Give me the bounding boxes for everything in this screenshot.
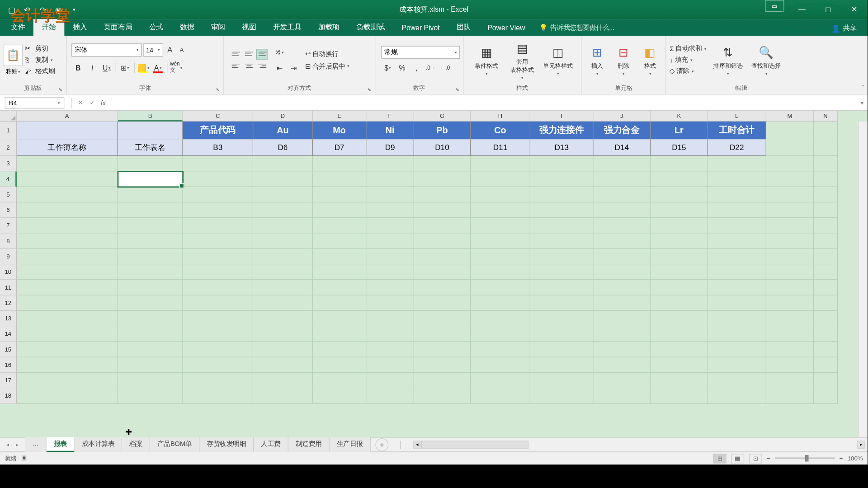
cell-A16[interactable] (17, 357, 118, 373)
formula-input[interactable] (108, 97, 857, 108)
clear-button[interactable]: ◇清除▾ (670, 66, 706, 76)
cell-B10[interactable] (118, 264, 183, 280)
fill-color-button[interactable]: 🟨▾ (137, 61, 150, 74)
cell-I10[interactable] (530, 264, 594, 280)
cell-F17[interactable] (367, 373, 414, 388)
cell-F5[interactable] (367, 187, 414, 202)
sheet-tab-人工费[interactable]: 人工费 (254, 437, 288, 452)
cell-F1[interactable]: Ni (367, 122, 414, 140)
cell-D16[interactable] (253, 357, 313, 373)
cell-D4[interactable] (253, 172, 313, 187)
cell-F11[interactable] (367, 280, 414, 295)
cell-I1[interactable]: 强力连接件 (530, 122, 594, 140)
cell-H17[interactable] (471, 373, 530, 388)
cell-E7[interactable] (313, 218, 367, 233)
cell-K16[interactable] (651, 357, 708, 373)
tab-view[interactable]: 视图 (234, 19, 265, 36)
cell-G16[interactable] (414, 357, 471, 373)
paste-button[interactable]: 📋 (4, 44, 23, 66)
paste-label[interactable]: 粘贴▾ (6, 67, 21, 75)
cell-H9[interactable] (471, 249, 530, 264)
maximize-button[interactable]: ◻ (815, 0, 841, 19)
cell-D5[interactable] (253, 187, 313, 202)
bold-button[interactable]: B (71, 61, 85, 74)
cell-A15[interactable] (17, 342, 118, 357)
cell-J3[interactable] (594, 156, 651, 171)
cell-K14[interactable] (651, 326, 708, 342)
macro-record-icon[interactable]: ▣ (21, 454, 27, 462)
cell-B12[interactable] (118, 296, 183, 311)
cell-K17[interactable] (651, 373, 708, 388)
tell-me-box[interactable]: 💡告诉我您想要做什么... (533, 19, 621, 36)
cell-F13[interactable] (367, 311, 414, 326)
cell-L17[interactable] (708, 373, 766, 388)
merge-center-button[interactable]: ⊟合并后居中▾ (305, 61, 350, 71)
cell-H18[interactable] (471, 388, 530, 404)
cell-N7[interactable] (814, 218, 838, 233)
cell-B5[interactable] (118, 187, 183, 202)
wrap-text-button[interactable]: ↩自动换行 (305, 48, 350, 58)
cell-C10[interactable] (183, 264, 254, 280)
cell-D11[interactable] (253, 280, 313, 295)
camera-icon[interactable]: ◉ (54, 5, 63, 14)
cell-A8[interactable] (17, 234, 118, 249)
cell-H16[interactable] (471, 357, 530, 373)
cell-C11[interactable] (183, 280, 254, 295)
currency-button[interactable]: $▾ (382, 61, 395, 74)
cell-K5[interactable] (651, 187, 708, 202)
cell-L6[interactable] (708, 202, 766, 218)
cell-E14[interactable] (313, 326, 367, 342)
cell-I11[interactable] (530, 280, 594, 295)
cell-B17[interactable] (118, 373, 183, 388)
cell-B1[interactable] (118, 122, 183, 140)
cell-C7[interactable] (183, 218, 254, 233)
cell-H13[interactable] (471, 311, 530, 326)
cell-A3[interactable] (17, 156, 118, 171)
column-header-H[interactable]: H (471, 111, 530, 122)
tab-loadtest[interactable]: 负载测试 (348, 19, 393, 36)
cell-H15[interactable] (471, 342, 530, 357)
cell-E11[interactable] (313, 280, 367, 295)
fx-icon[interactable]: fx (101, 99, 106, 106)
cell-B14[interactable] (118, 326, 183, 342)
cell-K9[interactable] (651, 249, 708, 264)
grow-font-icon[interactable]: A (165, 44, 175, 55)
cell-B11[interactable] (118, 280, 183, 295)
cell-N5[interactable] (814, 187, 838, 202)
expand-formula-icon[interactable]: ▾ (857, 100, 868, 106)
cell-M8[interactable] (766, 234, 814, 249)
tab-review[interactable]: 审阅 (203, 19, 234, 36)
cell-D1[interactable]: Au (253, 122, 313, 140)
cell-A10[interactable] (17, 264, 118, 280)
cell-C2[interactable]: B3 (183, 139, 254, 156)
zoom-slider[interactable] (775, 457, 835, 459)
cell-N4[interactable] (814, 172, 838, 187)
cell-L7[interactable] (708, 218, 766, 233)
row-header-18[interactable]: 18 (0, 388, 17, 404)
cell-C14[interactable] (183, 326, 254, 342)
sheet-nav-first-icon[interactable]: ◂ (4, 441, 12, 449)
sort-filter-button[interactable]: ⇅排序和筛选▾ (711, 42, 745, 77)
cell-J13[interactable] (594, 311, 651, 326)
cell-L18[interactable] (708, 388, 766, 404)
cell-A5[interactable] (17, 187, 118, 202)
vertical-scrollbar[interactable] (858, 122, 868, 437)
cell-N2[interactable] (814, 139, 838, 156)
row-header-12[interactable]: 12 (0, 296, 17, 311)
comma-button[interactable]: , (410, 61, 423, 74)
column-header-A[interactable]: A (17, 111, 118, 122)
cell-E17[interactable] (313, 373, 367, 388)
save-icon[interactable]: ▢ (7, 5, 17, 14)
cell-M11[interactable] (766, 280, 814, 295)
sheet-tab-成本计算表[interactable]: 成本计算表 (75, 437, 122, 452)
column-header-G[interactable]: G (414, 111, 471, 122)
cell-B2[interactable]: 工作表名 (118, 139, 183, 156)
cell-L2[interactable]: D22 (708, 139, 766, 156)
cell-K4[interactable] (651, 172, 708, 187)
cell-M12[interactable] (766, 296, 814, 311)
cell-E18[interactable] (313, 388, 367, 404)
cell-D7[interactable] (253, 218, 313, 233)
cell-A18[interactable] (17, 388, 118, 404)
column-header-I[interactable]: I (530, 111, 594, 122)
cell-J5[interactable] (594, 187, 651, 202)
